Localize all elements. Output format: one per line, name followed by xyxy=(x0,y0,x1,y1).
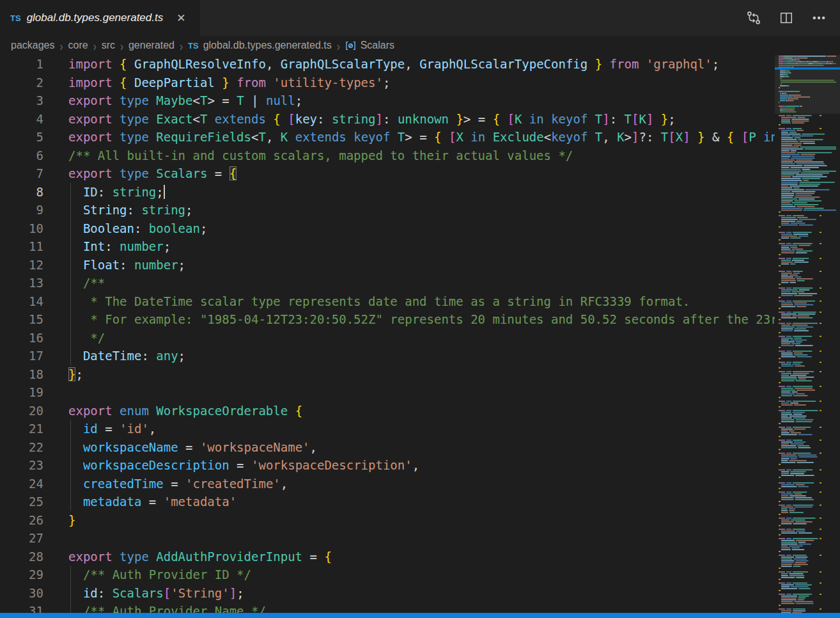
code-token: [ xyxy=(164,586,171,600)
close-icon[interactable]: ✕ xyxy=(174,10,188,26)
code-token: ; xyxy=(295,93,302,107)
indent-guide xyxy=(70,584,71,603)
indent-guide xyxy=(70,420,71,438)
code-line[interactable]: Float: number; xyxy=(56,256,775,274)
editor-pane[interactable]: 1234567891011121314151617181920212223242… xyxy=(0,55,775,618)
code-line[interactable]: ID: string; xyxy=(56,183,775,202)
code-line[interactable]: * For example: "1985-04-12T23:20:50.52Z"… xyxy=(56,310,775,329)
code-line[interactable]: import { GraphQLResolveInfo, GraphQLScal… xyxy=(56,55,775,74)
code-line[interactable]: export enum WorkspaceOrderable { xyxy=(56,402,775,420)
code-line[interactable]: workspaceDescription = 'workspaceDescrip… xyxy=(56,456,775,475)
code-line[interactable]: export type Exact<T extends { [key: stri… xyxy=(56,110,775,129)
code-line[interactable]: id = 'id', xyxy=(56,420,775,438)
breadcrumb-item[interactable]: core xyxy=(68,40,88,51)
code-token: 'id' xyxy=(120,422,149,436)
breadcrumb-item[interactable]: generated xyxy=(128,40,175,51)
line-number: 7 xyxy=(0,164,56,183)
code-line[interactable]: String: string; xyxy=(56,201,775,219)
code-token: : xyxy=(120,258,134,272)
code-line[interactable]: /** xyxy=(56,274,775,292)
line-number: 20 xyxy=(0,402,56,420)
symbol-type-icon xyxy=(345,40,356,51)
code-area[interactable]: import { GraphQLResolveInfo, GraphQLScal… xyxy=(56,55,775,618)
code-line[interactable]: * The DateTime scalar type represents da… xyxy=(56,292,775,311)
code-line[interactable]: createdTime = 'createdTime', xyxy=(56,475,775,493)
code-line[interactable]: metadata = 'metadata' xyxy=(56,493,775,511)
code-token: export xyxy=(68,93,120,107)
code-token: [ xyxy=(742,130,749,144)
code-token: Float xyxy=(68,258,120,272)
code-token: { xyxy=(120,75,134,90)
line-number: 28 xyxy=(0,548,56,566)
code-line[interactable]: }; xyxy=(56,365,775,384)
indent-guide xyxy=(70,256,71,274)
code-line[interactable]: /** All built-in and custom scalars, map… xyxy=(56,147,775,165)
code-token: { xyxy=(727,130,742,144)
code-token: string xyxy=(332,112,376,126)
code-line[interactable]: export type AddAuthProviderInput = { xyxy=(56,548,775,566)
code-token: any xyxy=(156,349,178,363)
code-line[interactable]: */ xyxy=(56,329,775,347)
code-token: [ xyxy=(508,112,515,126)
code-token: type xyxy=(120,112,156,126)
code-token: T xyxy=(398,130,405,144)
split-editor-button[interactable] xyxy=(779,11,793,26)
chevron-right-icon: › xyxy=(337,38,340,53)
code-token: < xyxy=(544,130,551,144)
line-number: 19 xyxy=(0,383,56,402)
code-token: from xyxy=(229,75,274,90)
code-token: Maybe xyxy=(156,93,192,107)
code-line[interactable]: workspaceName = 'workspaceName', xyxy=(56,438,775,457)
code-token: ] xyxy=(602,112,609,126)
code-line[interactable] xyxy=(56,529,775,548)
code-token: ; xyxy=(668,112,675,126)
code-token: ] xyxy=(683,130,690,144)
code-token: ] xyxy=(632,130,639,144)
minimap[interactable] xyxy=(775,55,840,618)
code-token: } xyxy=(68,367,75,381)
chevron-right-icon: › xyxy=(120,38,123,53)
breadcrumb-item[interactable]: src xyxy=(102,40,115,51)
code-token: ] xyxy=(376,112,383,126)
indent-guide xyxy=(70,310,71,329)
code-token: ] xyxy=(229,586,237,600)
code-line[interactable]: DateTime: any; xyxy=(56,347,775,365)
code-line[interactable] xyxy=(56,383,775,402)
compare-changes-icon xyxy=(747,11,761,25)
open-changes-button[interactable] xyxy=(746,11,761,26)
breadcrumb-item[interactable]: TSglobal.db.types.generated.ts xyxy=(188,40,332,51)
line-number: 5 xyxy=(0,128,56,147)
code-line[interactable]: export type Scalars = { xyxy=(56,164,775,183)
code-token: from xyxy=(602,57,646,71)
code-line[interactable]: export type Maybe<T> = T | null; xyxy=(56,91,775,110)
code-line[interactable]: Int: number; xyxy=(56,237,775,256)
breadcrumb-item[interactable]: Scalars xyxy=(345,40,394,51)
code-line[interactable]: import { DeepPartial } from 'utility-typ… xyxy=(56,74,775,92)
code-token: import xyxy=(68,57,120,71)
code-token: type xyxy=(120,166,156,180)
code-token: Boolean xyxy=(68,221,134,235)
code-token: GraphQLResolveInfo xyxy=(134,57,266,71)
code-token: 'workspaceDescription' xyxy=(251,458,412,472)
code-token: string xyxy=(113,185,157,199)
code-token: 'workspaceName' xyxy=(200,440,310,454)
tab-bar: TS global.db.types.generated.ts ✕ xyxy=(0,0,840,36)
more-actions-button[interactable] xyxy=(811,11,826,26)
breadcrumb-item-label: global.db.types.generated.ts xyxy=(203,40,332,51)
code-token: Exact xyxy=(156,112,192,126)
editor-tab[interactable]: TS global.db.types.generated.ts ✕ xyxy=(0,0,200,36)
code-line[interactable]: } xyxy=(56,511,775,530)
line-number: 12 xyxy=(0,256,56,274)
code-token: ; xyxy=(156,185,163,199)
code-token: Scalars xyxy=(113,586,164,600)
code-token: { xyxy=(493,112,508,126)
line-number: 1 xyxy=(0,55,56,74)
code-token: id xyxy=(68,586,98,600)
code-line[interactable]: /** Auth Provider ID */ xyxy=(56,566,775,584)
code-line[interactable]: id: Scalars['String']; xyxy=(56,584,775,603)
code-line[interactable]: Boolean: boolean; xyxy=(56,219,775,238)
line-number: 3 xyxy=(0,91,56,110)
breadcrumb-item[interactable]: packages xyxy=(11,40,55,51)
line-number: 29 xyxy=(0,566,56,584)
code-line[interactable]: export type RequireFields<T, K extends k… xyxy=(56,128,775,147)
